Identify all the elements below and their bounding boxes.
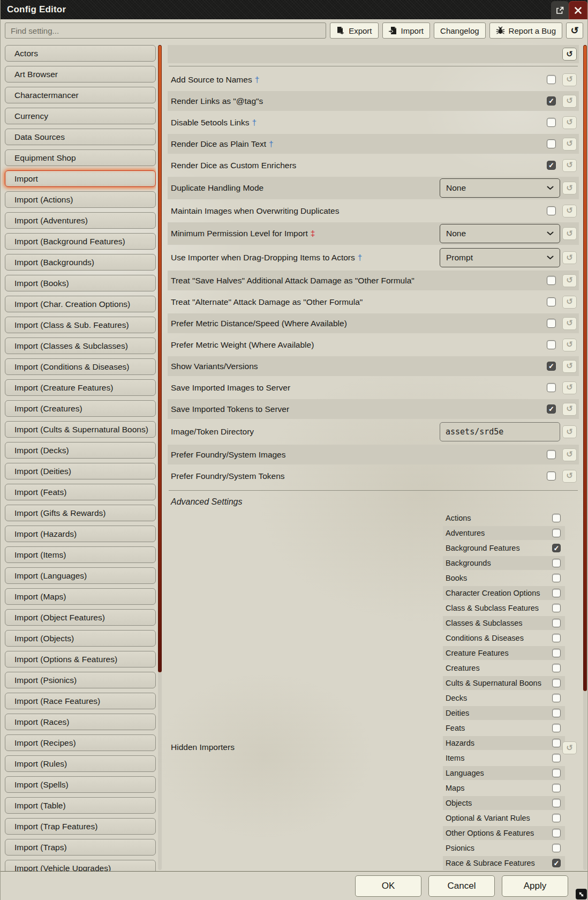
directory-input[interactable] (440, 422, 560, 441)
sidebar-item[interactable]: Import (Adventures) (5, 212, 156, 229)
sidebar-item[interactable]: Import (Actions) (5, 191, 156, 208)
sidebar-item[interactable]: Import (Maps) (5, 588, 156, 605)
checkbox[interactable] (547, 75, 556, 84)
checkbox[interactable] (552, 604, 561, 612)
sidebar-item[interactable]: Import (Table) (5, 797, 156, 814)
hidden-importer-item[interactable]: Race & Subrace Features ✓ (443, 856, 565, 870)
checkbox[interactable] (552, 589, 561, 597)
checkbox[interactable] (552, 574, 561, 582)
checkbox[interactable] (552, 529, 561, 537)
sidebar-item[interactable]: Currency (5, 108, 156, 124)
hidden-importer-item[interactable]: Actions (443, 511, 565, 525)
checkbox[interactable]: ✓ (552, 544, 561, 552)
sidebar-item[interactable]: Import (Gifts & Rewards) (5, 505, 156, 521)
sidebar-item[interactable]: Import (Object Features) (5, 609, 156, 626)
hidden-importer-item[interactable]: Books (443, 571, 565, 585)
sidebar-item[interactable]: Import (5, 170, 156, 187)
hidden-importer-item[interactable]: Backgrounds (443, 556, 565, 570)
checkbox[interactable] (552, 709, 561, 717)
hidden-importer-item[interactable]: Decks (443, 691, 565, 705)
checkbox[interactable] (547, 471, 556, 481)
checkbox[interactable]: ✓ (547, 161, 556, 170)
reset-setting-button[interactable]: ↺ (562, 296, 577, 309)
hidden-importer-item[interactable]: Items (443, 751, 565, 765)
sidebar-item[interactable]: Actors (5, 45, 156, 62)
sidebar-scrollbar-thumb[interactable] (158, 45, 162, 672)
sidebar-item[interactable]: Import (Backgrounds) (5, 254, 156, 271)
checkbox[interactable]: ✓ (547, 96, 556, 106)
changelog-button[interactable]: Changelog (434, 22, 486, 39)
sidebar-item[interactable]: Import (Char. Creation Options) (5, 296, 156, 312)
reset-setting-button[interactable]: ↺ (562, 425, 577, 438)
reset-setting-button[interactable]: ↺ (562, 381, 577, 394)
checkbox[interactable] (552, 844, 561, 852)
hidden-importer-item[interactable]: Background Features ✓ (443, 541, 565, 555)
search-input[interactable] (5, 22, 326, 39)
checkbox[interactable] (547, 297, 556, 306)
reset-setting-button[interactable]: ↺ (562, 159, 577, 172)
hidden-importer-item[interactable]: Languages (443, 766, 565, 780)
hidden-importer-item[interactable]: Other Options & Features (443, 826, 565, 840)
import-button[interactable]: Import (382, 22, 431, 39)
hidden-importer-item[interactable]: Psionics (443, 841, 565, 855)
checkbox[interactable] (552, 754, 561, 762)
hidden-importer-item[interactable]: Feats (443, 721, 565, 735)
report-bug-button[interactable]: Report a Bug (489, 22, 562, 39)
sidebar-item[interactable]: Charactermancer (5, 87, 156, 103)
popout-button[interactable] (551, 1, 569, 19)
hidden-importer-item[interactable]: Classes & Subclasses (443, 616, 565, 630)
sidebar-item[interactable]: Import (Recipes) (5, 734, 156, 751)
checkbox[interactable] (547, 276, 556, 285)
reset-setting-button[interactable]: ↺ (562, 274, 577, 287)
reset-setting-button[interactable]: ↺ (562, 470, 577, 483)
hidden-importer-item[interactable]: Adventures (443, 526, 565, 540)
checkbox[interactable]: ✓ (552, 859, 561, 867)
hidden-importer-item[interactable]: Maps (443, 781, 565, 795)
reset-setting-button[interactable]: ↺ (562, 448, 577, 461)
checkbox[interactable] (552, 559, 561, 567)
hidden-importer-item[interactable]: Creatures (443, 661, 565, 675)
sidebar-item[interactable]: Import (Traps) (5, 839, 156, 856)
sidebar-item[interactable]: Import (Deities) (5, 463, 156, 479)
sidebar-item[interactable]: Import (Languages) (5, 567, 156, 584)
checkbox[interactable] (547, 118, 556, 127)
reset-setting-button[interactable]: ↺ (562, 138, 577, 151)
checkbox[interactable]: ✓ (547, 362, 556, 371)
cancel-button[interactable]: Cancel (428, 875, 495, 897)
dropdown[interactable]: None (440, 178, 560, 198)
sidebar-item[interactable]: Import (Creature Features) (5, 379, 156, 396)
hidden-importer-item[interactable]: Character Creation Options (443, 586, 565, 600)
sidebar-scrollbar[interactable] (158, 45, 162, 870)
sidebar-item[interactable]: Import (Trap Features) (5, 818, 156, 835)
hidden-importer-item[interactable]: Optional & Variant Rules (443, 811, 565, 825)
sidebar-item[interactable]: Import (Decks) (5, 442, 156, 459)
checkbox[interactable] (552, 724, 561, 732)
sidebar-item[interactable]: Import (Class & Sub. Features) (5, 317, 156, 333)
sidebar-item[interactable]: Import (Books) (5, 275, 156, 291)
export-button[interactable]: Export (330, 22, 378, 39)
reset-setting-button[interactable]: ↺ (562, 182, 577, 194)
checkbox[interactable] (547, 206, 556, 215)
reset-setting-button[interactable]: ↺ (562, 317, 577, 330)
titlebar[interactable]: Config Editor (1, 0, 587, 19)
reset-setting-button[interactable]: ↺ (562, 73, 577, 86)
main-scrollbar-thumb[interactable] (583, 45, 587, 691)
sidebar-item[interactable]: Import (Background Features) (5, 233, 156, 250)
sidebar-item[interactable]: Import (Hazards) (5, 526, 156, 542)
dropdown[interactable]: Prompt (440, 248, 560, 267)
apply-button[interactable]: Apply (502, 875, 568, 897)
sidebar-item[interactable]: Import (Vehicle Upgrades) (5, 860, 156, 871)
sidebar-item[interactable]: Import (Feats) (5, 484, 156, 500)
checkbox[interactable] (552, 634, 561, 642)
checkbox[interactable] (547, 319, 556, 328)
sidebar-item[interactable]: Import (Rules) (5, 755, 156, 772)
sidebar-item[interactable]: Import (Items) (5, 546, 156, 563)
sidebar-item[interactable]: Import (Conditions & Diseases) (5, 358, 156, 375)
reset-setting-button[interactable]: ↺ (562, 403, 577, 416)
reset-setting-button[interactable]: ↺ (562, 95, 577, 108)
checkbox[interactable]: ✓ (547, 404, 556, 414)
checkbox[interactable] (552, 814, 561, 822)
hidden-importer-item[interactable]: Hazards (443, 736, 565, 750)
checkbox[interactable] (552, 664, 561, 672)
reset-all-button[interactable]: ↺ (566, 22, 583, 39)
